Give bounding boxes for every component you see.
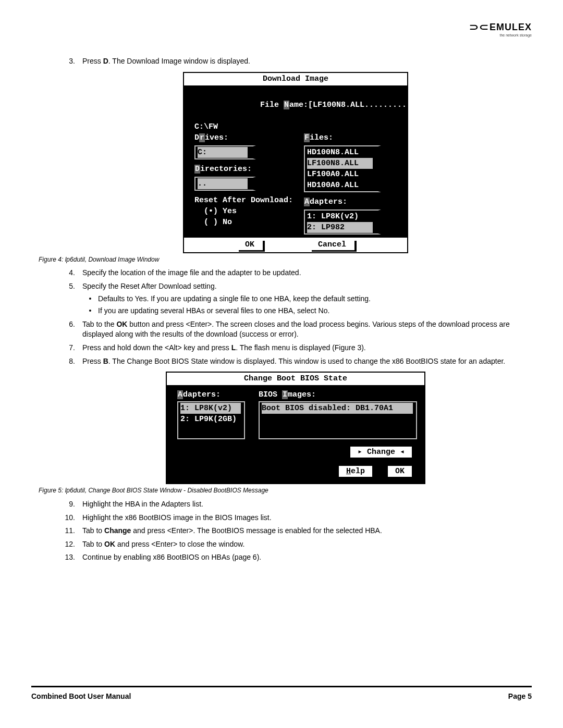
file-item-selected[interactable]: LF100N8.ALL — [307, 158, 373, 169]
change-boot-bios-dialog: Change Boot BIOS State Adapters: 1: LP8K… — [166, 372, 425, 484]
dialog-title: Change Boot BIOS State — [167, 373, 424, 386]
files-label: Files: — [304, 132, 402, 143]
files-listbox[interactable]: HD100N8.ALL LF100N8.ALL LF100A0.ALL HD10… — [304, 145, 381, 192]
ok-button[interactable]: OK — [388, 466, 412, 477]
file-item[interactable]: HD100A0.ALL — [307, 180, 373, 191]
bios-image-item-selected[interactable]: Boot BIOS disabled: DB1.70A1 — [262, 403, 413, 414]
step-number: 12. — [65, 539, 75, 550]
step-text: Tab to OK and press <Enter> to close the… — [82, 539, 527, 550]
cancel-button[interactable]: Cancel — [310, 239, 354, 250]
figure-4-caption: Figure 4: lp6dutil, Download Image Windo… — [39, 255, 159, 264]
file-name-field[interactable]: File Name:[LF100N8.ALL..................… — [194, 89, 402, 121]
current-path: C:\FW — [194, 121, 402, 132]
step-text: Highlight the HBA in the Adapters list. — [82, 499, 527, 510]
step-number: 8. — [65, 356, 75, 367]
footer-page-number: Page 5 — [508, 692, 532, 702]
drives-listbox[interactable]: C: — [194, 145, 256, 159]
step-number: 5. — [65, 281, 75, 292]
file-item[interactable]: HD100N8.ALL — [307, 147, 373, 158]
reset-after-download-label: Reset After Download: — [194, 195, 299, 206]
step-number: 11. — [65, 526, 75, 536]
step-text: Highlight the x86 BootBIOS image in the … — [82, 513, 527, 523]
directories-listbox[interactable]: .. — [194, 177, 256, 191]
drives-label: Drives: — [194, 132, 299, 143]
download-image-dialog: Download Image File Name:[LF100N8.ALL...… — [183, 72, 408, 253]
bullet-text: Defaults to Yes. If you are updating a s… — [98, 294, 371, 304]
bios-images-listbox[interactable]: Boot BIOS disabled: DB1.70A1 — [259, 401, 417, 439]
logo-glyph-icon: ⊃⊂ — [469, 21, 489, 34]
step-text: Press B. The Change Boot BIOS State wind… — [82, 356, 527, 367]
step-number: 6. — [65, 319, 75, 340]
step-number: 13. — [65, 552, 75, 563]
step-text: Specify the Reset After Download setting… — [82, 281, 527, 292]
figure-5: Change Boot BIOS State Adapters: 1: LP8K… — [65, 372, 527, 495]
directories-label: Directories: — [194, 164, 299, 175]
adapter-item-selected[interactable]: 1: LP8K(v2) — [180, 403, 241, 414]
adapter-item-selected[interactable]: 2: LP982 — [307, 222, 373, 233]
help-button[interactable]: Help — [339, 466, 372, 477]
adapters-listbox[interactable]: 1: LP8K(v2) 2: LP9K(2GB) — [177, 401, 245, 439]
bullet-icon: • — [88, 306, 93, 316]
ok-button[interactable]: OK — [237, 239, 263, 250]
adapters-listbox[interactable]: 1: LP8K(v2) 2: LP982 — [304, 209, 381, 235]
reset-no-radio[interactable]: ( ) No — [194, 217, 299, 228]
step-number: 9. — [65, 499, 75, 510]
step-text: Specify the location of the image file a… — [82, 268, 527, 278]
reset-yes-radio[interactable]: (•) Yes — [194, 206, 299, 217]
step-text: Continue by enabling x86 BootBIOS on HBA… — [82, 552, 527, 563]
figure-4: Download Image File Name:[LF100N8.ALL...… — [65, 72, 527, 264]
step-number: 4. — [65, 268, 75, 278]
bios-images-label: BIOS Images: — [259, 389, 417, 400]
step-number: 3. — [65, 56, 75, 67]
change-button[interactable]: ▸ Change ◂ — [350, 447, 412, 458]
step-text: Press and hold down the <Alt> key and pr… — [82, 343, 527, 353]
logo-text: EMULEX — [489, 22, 532, 32]
footer-rule — [31, 686, 532, 687]
footer-title: Combined Boot User Manual — [31, 692, 131, 702]
file-item[interactable]: LF100A0.ALL — [307, 169, 373, 180]
adapters-label: Adapters: — [177, 389, 245, 400]
adapter-item[interactable]: 2: LP9K(2GB) — [180, 414, 241, 425]
dialog-title: Download Image — [184, 73, 407, 87]
dir-item[interactable]: .. — [198, 178, 248, 189]
brand-logo: ⊃⊂EMULEX the network storage — [471, 21, 532, 38]
figure-5-caption: Figure 5: lp6dutil, Change Boot BIOS Sta… — [39, 486, 268, 495]
step-text: Press D. The Download Image window is di… — [82, 56, 527, 67]
drive-item[interactable]: C: — [198, 147, 248, 158]
step-text: Tab to Change and press <Enter>. The Boo… — [82, 526, 527, 536]
adapters-label: Adapters: — [304, 196, 402, 207]
bullet-icon: • — [88, 294, 93, 304]
step-number: 7. — [65, 343, 75, 353]
bullet-text: If you are updating several HBAs or seve… — [98, 306, 329, 316]
adapter-item[interactable]: 1: LP8K(v2) — [307, 211, 373, 222]
step-number: 10. — [65, 513, 75, 523]
step-text: Tab to the OK button and press <Enter>. … — [82, 319, 527, 340]
